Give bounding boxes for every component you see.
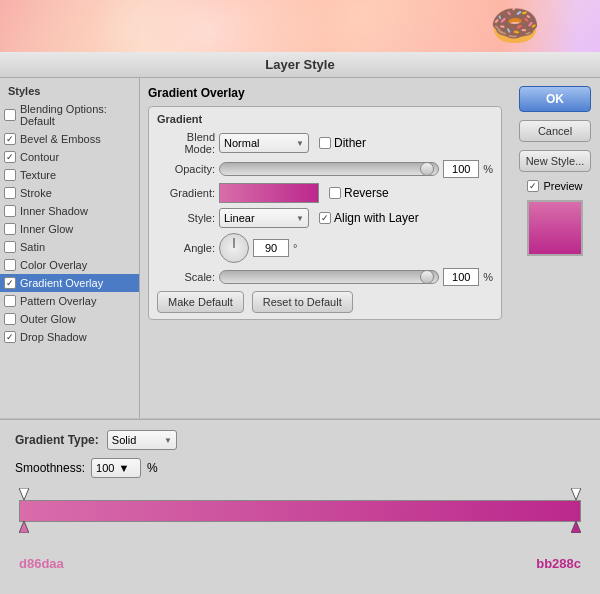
sidebar-item-texture[interactable]: Texture	[0, 166, 139, 184]
angle-dial[interactable]	[219, 233, 249, 263]
preview-label: Preview	[543, 180, 582, 192]
color-label-right: bb288c	[536, 556, 581, 571]
dither-container: Dither	[319, 136, 366, 150]
color-label-left: d86daa	[19, 556, 64, 571]
opacity-stops-row	[19, 486, 581, 500]
color-stops-row	[19, 522, 581, 536]
sidebar-item-outer-glow[interactable]: Outer Glow	[0, 310, 139, 328]
opacity-row: Opacity: %	[157, 160, 493, 178]
scale-input[interactable]	[443, 268, 479, 286]
align-checkbox[interactable]	[319, 212, 331, 224]
opacity-input[interactable]	[443, 160, 479, 178]
gradient-type-label: Gradient Type:	[15, 433, 99, 447]
checkbox-stroke	[4, 187, 16, 199]
panel-title: Gradient Overlay	[148, 86, 502, 100]
checkbox-pattern-overlay	[4, 295, 16, 307]
opacity-unit: %	[483, 163, 493, 175]
sidebar-item-label: Drop Shadow	[20, 331, 87, 343]
sidebar-item-label: Gradient Overlay	[20, 277, 103, 289]
sidebar-item-drop-shadow[interactable]: Drop Shadow	[0, 328, 139, 346]
checkbox-blending-options	[4, 109, 16, 121]
opacity-slider[interactable]	[219, 162, 439, 176]
color-stop-right[interactable]	[571, 521, 581, 536]
reverse-checkbox[interactable]	[329, 187, 341, 199]
gradient-label: Gradient:	[157, 187, 215, 199]
reset-to-default-button[interactable]: Reset to Default	[252, 291, 353, 313]
blend-mode-arrow-icon: ▼	[296, 139, 304, 148]
ok-button[interactable]: OK	[519, 86, 591, 112]
dither-checkbox[interactable]	[319, 137, 331, 149]
sidebar-item-label: Satin	[20, 241, 45, 253]
gradient-type-row: Gradient Type: Solid ▼	[15, 430, 585, 450]
sidebar-item-gradient-overlay[interactable]: Gradient Overlay	[0, 274, 139, 292]
opacity-label: Opacity:	[157, 163, 215, 175]
smoothness-value: 100	[96, 462, 114, 474]
window-title: Layer Style	[265, 57, 334, 72]
sidebar-item-stroke[interactable]: Stroke	[0, 184, 139, 202]
sidebar-item-satin[interactable]: Satin	[0, 238, 139, 256]
right-panel: OK Cancel New Style... Preview	[510, 78, 600, 418]
dialog: Styles Blending Options: Default Bevel &…	[0, 78, 600, 418]
scale-slider[interactable]	[219, 270, 439, 284]
svg-marker-2	[19, 521, 29, 533]
sidebar: Styles Blending Options: Default Bevel &…	[0, 78, 140, 418]
reverse-container: Reverse	[329, 186, 389, 200]
blend-mode-value: Normal	[224, 137, 259, 149]
svg-marker-3	[571, 521, 581, 533]
blend-mode-select[interactable]: Normal ▼	[219, 133, 309, 153]
make-default-button[interactable]: Make Default	[157, 291, 244, 313]
style-value: Linear	[224, 212, 255, 224]
checkbox-satin	[4, 241, 16, 253]
color-stop-left[interactable]	[19, 521, 29, 536]
style-select[interactable]: Linear ▼	[219, 208, 309, 228]
sidebar-item-label: Color Overlay	[20, 259, 87, 271]
color-labels: d86daa bb288c	[15, 556, 585, 571]
checkbox-inner-glow	[4, 223, 16, 235]
sidebar-item-contour[interactable]: Contour	[0, 148, 139, 166]
scale-label: Scale:	[157, 271, 215, 283]
group-title: Gradient	[157, 113, 493, 125]
opacity-thumb[interactable]	[420, 162, 434, 176]
preview-box	[527, 200, 583, 256]
sidebar-item-pattern-overlay[interactable]: Pattern Overlay	[0, 292, 139, 310]
sidebar-item-label: Outer Glow	[20, 313, 76, 325]
gradient-swatch[interactable]	[219, 183, 319, 203]
checkbox-outer-glow	[4, 313, 16, 325]
decorative-image	[0, 0, 600, 52]
cancel-button[interactable]: Cancel	[519, 120, 591, 142]
checkbox-texture	[4, 169, 16, 181]
gradient-type-select[interactable]: Solid ▼	[107, 430, 177, 450]
svg-marker-1	[571, 488, 581, 500]
smoothness-label: Smoothness:	[15, 461, 85, 475]
new-style-button[interactable]: New Style...	[519, 150, 591, 172]
sidebar-item-bevel-emboss[interactable]: Bevel & Emboss	[0, 130, 139, 148]
angle-label: Angle:	[157, 242, 215, 254]
scale-thumb[interactable]	[420, 270, 434, 284]
angle-unit: °	[293, 242, 297, 254]
style-arrow-icon: ▼	[296, 214, 304, 223]
gradient-editor: Gradient Type: Solid ▼ Smoothness: 100 ▼…	[0, 419, 600, 594]
checkbox-drop-shadow	[4, 331, 16, 343]
sidebar-item-inner-glow[interactable]: Inner Glow	[0, 220, 139, 238]
main-content: Gradient Overlay Gradient Blend Mode: No…	[140, 78, 510, 418]
angle-input[interactable]	[253, 239, 289, 257]
checkbox-bevel-emboss	[4, 133, 16, 145]
blend-mode-row: Blend Mode: Normal ▼ Dither	[157, 131, 493, 155]
checkbox-contour	[4, 151, 16, 163]
smoothness-unit: %	[147, 461, 158, 475]
style-row: Style: Linear ▼ Align with Layer	[157, 208, 493, 228]
smoothness-select[interactable]: 100 ▼	[91, 458, 141, 478]
scale-row: Scale: %	[157, 268, 493, 286]
preview-checkbox[interactable]	[527, 180, 539, 192]
sidebar-item-inner-shadow[interactable]: Inner Shadow	[0, 202, 139, 220]
align-label: Align with Layer	[334, 211, 419, 225]
sidebar-item-label: Bevel & Emboss	[20, 133, 101, 145]
sidebar-item-color-overlay[interactable]: Color Overlay	[0, 256, 139, 274]
sidebar-item-label: Inner Glow	[20, 223, 73, 235]
sidebar-item-blending-options[interactable]: Blending Options: Default	[0, 100, 139, 130]
svg-marker-0	[19, 488, 29, 500]
sidebar-item-label: Contour	[20, 151, 59, 163]
gradient-bar[interactable]	[19, 500, 581, 522]
title-bar: Layer Style	[0, 52, 600, 78]
style-label: Style:	[157, 212, 215, 224]
